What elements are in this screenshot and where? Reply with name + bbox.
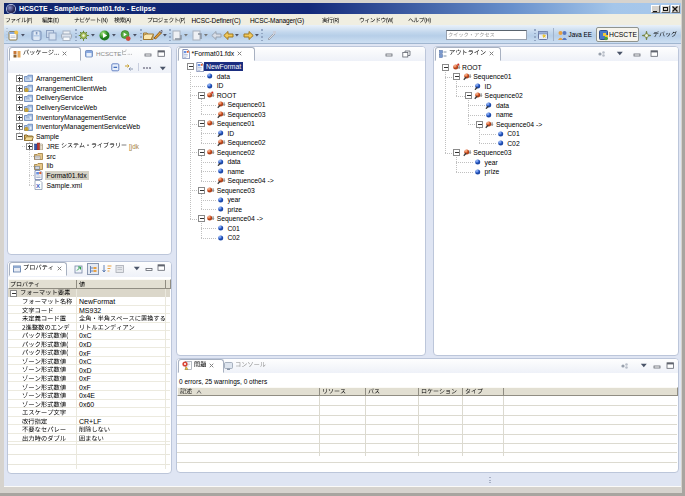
svg-text:X: X: [36, 183, 40, 189]
